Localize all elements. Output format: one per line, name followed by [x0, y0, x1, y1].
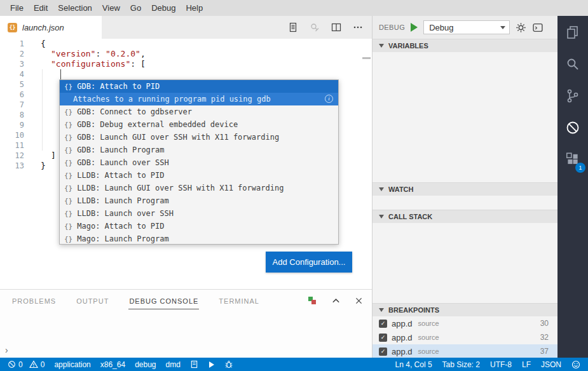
suggest-widget: {} GDB: Attach to PID Attaches to a runn… [59, 79, 339, 245]
explorer-icon[interactable] [557, 17, 588, 48]
error-count: 0 [18, 360, 23, 369]
menu-go[interactable]: Go [125, 3, 146, 13]
status-bar: 0 0 application x86_64 debug dmd Ln 4, C… [0, 358, 588, 371]
overview-ruler-mark [362, 57, 371, 59]
start-debug-icon[interactable] [411, 23, 418, 32]
snippet-icon: {} [64, 83, 72, 91]
source-control-icon[interactable] [557, 81, 588, 111]
panel-actions [307, 295, 363, 306]
snippet-icon: {} [64, 133, 72, 142]
status-compiler[interactable]: dmd [166, 360, 181, 369]
snippet-icon: {} [64, 159, 72, 167]
tab-launch-json[interactable]: {} launch.json [0, 16, 102, 39]
document-icon[interactable] [288, 22, 298, 32]
snippet-icon: {} [64, 235, 72, 243]
section-watch[interactable]: WATCH [373, 182, 557, 196]
debug-icon[interactable] [557, 112, 588, 143]
breakpoint-row[interactable]: app.d source 37 [373, 344, 557, 358]
suggest-item[interactable]: {}LLDB: Launch GUI over SSH with X11 for… [60, 182, 338, 194]
extensions-badge: 1 [575, 163, 585, 173]
filter-icon[interactable] [307, 295, 317, 306]
menu-view[interactable]: View [97, 3, 125, 13]
breakpoint-row[interactable]: app.d source 32 [373, 330, 557, 344]
tab-terminal[interactable]: TERMINAL [218, 292, 260, 309]
suggest-label: GDB: Attach to PID [77, 82, 160, 91]
breakpoint-origin: source [418, 334, 439, 341]
indent-guide [42, 69, 43, 151]
debug-configuration-select[interactable]: Debug [423, 20, 510, 34]
checkbox-checked-icon[interactable] [379, 334, 387, 342]
menu-edit[interactable]: Edit [29, 3, 53, 13]
suggest-item[interactable]: {}Mago: Launch Program [60, 233, 338, 245]
menu-bar: File Edit Selection View Go Debug Help [0, 0, 588, 16]
suggest-item[interactable]: {}GDB: Debug external embedded device [60, 118, 338, 131]
status-build-type[interactable]: debug [135, 360, 156, 369]
indentation-setting[interactable]: Tab Size: 2 [442, 360, 480, 369]
search-icon[interactable] [557, 49, 588, 79]
breakpoint-line: 32 [540, 333, 549, 342]
section-variables[interactable]: VARIABLES [373, 39, 557, 52]
add-configuration-button[interactable]: Add Configuration... [266, 252, 352, 273]
search-edit-icon[interactable] [310, 22, 320, 32]
section-title: CALL STACK [388, 213, 432, 220]
notebook-icon[interactable] [190, 360, 198, 368]
close-panel-icon[interactable] [355, 297, 363, 305]
section-call-stack[interactable]: CALL STACK [373, 210, 557, 223]
eol-setting[interactable]: LF [522, 360, 531, 369]
suggest-item[interactable]: {}LLDB: Launch over SSH [60, 207, 338, 220]
checkbox-checked-icon[interactable] [379, 347, 387, 356]
snippet-icon: {} [64, 108, 72, 116]
run-icon[interactable] [208, 361, 215, 368]
suggest-item-detail: Attaches to a running program pid using … [60, 93, 338, 105]
suggest-item[interactable]: {}GDB: Launch GUI over SSH with X11 forw… [60, 131, 338, 144]
console-prompt: › [5, 345, 8, 355]
status-application[interactable]: application [54, 360, 90, 369]
chevron-down-icon [379, 308, 384, 312]
tab-problems[interactable]: PROBLEMS [11, 292, 57, 309]
json-file-icon: {} [8, 23, 17, 32]
suggest-detail-text: Attaches to a running program pid using … [73, 95, 271, 104]
split-editor-icon[interactable] [331, 22, 341, 32]
bug-icon[interactable] [224, 360, 233, 368]
language-mode[interactable]: JSON [541, 360, 561, 369]
debug-toolbar: DEBUG Debug [373, 16, 557, 39]
problems-status[interactable]: 0 0 [8, 360, 44, 369]
menu-debug[interactable]: Debug [146, 3, 181, 13]
suggest-item[interactable]: {}LLDB: Attach to PID [60, 169, 338, 182]
status-arch[interactable]: x86_64 [100, 360, 125, 369]
debug-console-icon[interactable] [532, 22, 544, 33]
suggest-item[interactable]: {}GDB: Launch Program [60, 144, 338, 156]
encoding-setting[interactable]: UTF-8 [490, 360, 512, 369]
breakpoint-origin: source [418, 320, 439, 327]
tab-output[interactable]: OUTPUT [76, 292, 109, 309]
section-title: VARIABLES [388, 42, 428, 50]
snippet-icon: {} [64, 197, 72, 205]
menu-file[interactable]: File [5, 3, 29, 13]
checkbox-checked-icon[interactable] [379, 320, 387, 328]
code-line-1: { [0, 39, 372, 49]
cursor-position[interactable]: Ln 4, Col 5 [395, 360, 432, 369]
suggest-item[interactable]: {}LLDB: Launch Program [60, 194, 338, 207]
warning-count: 0 [41, 360, 45, 369]
suggest-item[interactable]: {}Mago: Attach to PID [60, 220, 338, 233]
snippet-icon: {} [64, 222, 72, 231]
extensions-icon[interactable]: 1 [557, 144, 588, 175]
breakpoint-row[interactable]: app.d source 30 [373, 316, 557, 330]
debug-view-title: DEBUG [379, 24, 405, 31]
info-icon[interactable]: i [325, 95, 333, 103]
menu-help[interactable]: Help [181, 3, 208, 13]
suggest-item[interactable]: {}GDB: Launch over SSH [60, 156, 338, 169]
suggest-item[interactable]: {}GDB: Connect to gdbserver [60, 105, 338, 118]
section-breakpoints[interactable]: BREAKPOINTS [373, 303, 557, 316]
editor-actions [288, 22, 372, 32]
menu-selection[interactable]: Selection [53, 3, 97, 13]
gear-icon[interactable] [516, 22, 526, 33]
tab-label: launch.json [22, 23, 64, 32]
tab-bar: {} launch.json [0, 16, 372, 39]
chevron-down-icon [379, 215, 384, 219]
suggest-item-selected[interactable]: {} GDB: Attach to PID [60, 80, 338, 93]
feedback-smiley-icon[interactable] [571, 360, 580, 369]
maximize-panel-icon[interactable] [331, 296, 341, 306]
tab-debug-console[interactable]: DEBUG CONSOLE [128, 292, 199, 309]
more-actions-icon[interactable] [353, 22, 363, 32]
